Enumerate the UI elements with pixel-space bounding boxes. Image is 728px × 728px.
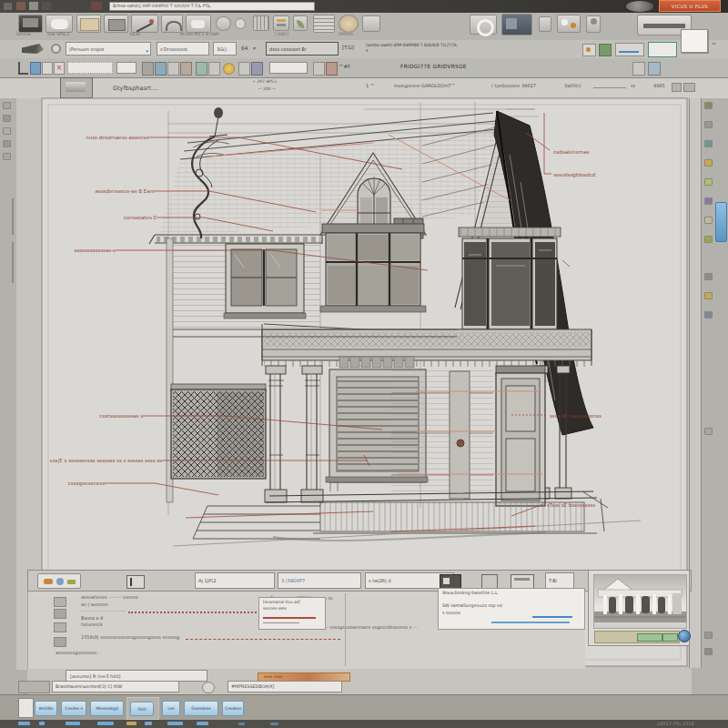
panel-icon[interactable] [54, 622, 66, 632]
panel-icon[interactable] [54, 609, 66, 619]
annotation-label: sTsss sE bsssssssss [547, 502, 595, 508]
annotation-label: css|E s ssssssnsss sssssss ss s ssssss s… [50, 458, 162, 464]
status-icon[interactable] [18, 681, 50, 693]
preview-panel [588, 570, 690, 646]
annotation-label: nsdsalenemas [553, 149, 590, 155]
tray-strip: p2017 05s 1019 [0, 720, 728, 728]
preview-image[interactable] [593, 574, 687, 629]
red-dotted-line [186, 639, 340, 640]
orange-chip [44, 579, 53, 584]
panel-divider [345, 593, 346, 666]
rail-tool-icon[interactable] [704, 102, 713, 109]
tbi-field[interactable]: T-Bi [545, 572, 574, 589]
rail-scroll-thumb[interactable] [715, 202, 727, 242]
annotation-label: ssssssssssssas-s [75, 248, 116, 253]
tray-item[interactable] [270, 723, 278, 725]
subpanel-b-line: s ssooss [442, 611, 460, 615]
annotation-label: ssss sE ssssssssonss [550, 413, 602, 419]
panel-icon[interactable] [54, 637, 66, 647]
rail-tool-icon[interactable] [704, 178, 713, 186]
preview-alt-button[interactable] [662, 633, 678, 642]
panel-icon[interactable] [54, 597, 66, 607]
tray-item[interactable] [66, 722, 80, 725]
mode-glyph [443, 578, 450, 584]
taskbar-button[interactable]: WsD0s [35, 701, 57, 716]
rail-tool-icon[interactable] [704, 292, 713, 299]
preview-ok-button[interactable] [637, 633, 662, 642]
tray-item[interactable] [167, 722, 183, 725]
output-panel: asssahonss ········· ssonss Sammerss ASC… [27, 592, 585, 670]
coord-field-1[interactable]: Aj 1|P(2 [195, 572, 275, 589]
output-row: ······························· [81, 608, 126, 613]
subpanel-a-line: [ssamanal Fou ad] [263, 600, 300, 604]
mode-icon[interactable] [440, 574, 461, 589]
rail-tool-icon[interactable] [704, 648, 713, 655]
subpanel-b-line: Www.bsskng-baseline L.L [442, 591, 498, 595]
scribble-button[interactable] [37, 573, 81, 589]
mode-icon[interactable] [481, 574, 498, 589]
tray-item[interactable] [18, 722, 30, 725]
tray-item-yellow[interactable] [126, 722, 136, 725]
taskbar-button[interactable]: Lss [162, 701, 180, 716]
rail-tool-icon[interactable] [704, 236, 713, 243]
taskbar-button[interactable]: Gsssdess [184, 701, 218, 716]
status-circle-icon[interactable] [202, 682, 215, 693]
status-field-1[interactable]: Brasshaven/worsted(3) C) KIW [52, 681, 179, 693]
output-row: asssssssgssssssss · [56, 650, 100, 655]
rail-tool-icon[interactable] [704, 121, 713, 128]
rail-tool-icon[interactable] [704, 311, 713, 318]
taskbar-button[interactable]: Mssssdsgd [90, 701, 124, 716]
tray-item[interactable] [97, 722, 114, 725]
annotation-label: conssoates E [124, 215, 157, 220]
rail-tool-icon[interactable] [704, 140, 713, 147]
coord-field-2[interactable]: 3 |39O0P7 [278, 572, 361, 589]
tray-item[interactable] [197, 722, 208, 725]
orange-bar-label: ssss ssss [264, 674, 282, 679]
red-line [263, 617, 316, 619]
subpanel-b: Www.bsskng-baseline L.L SW samalSorgeouo… [438, 588, 585, 630]
blue-chip [56, 578, 64, 585]
rail-tool-icon[interactable] [704, 159, 713, 167]
annotation-label: sssudssgtdssdcd [553, 172, 595, 178]
start-square[interactable] [18, 698, 34, 718]
taskbar: WsD0s Cssdss s Mssssdsgd OsD Lss Gsssdes… [0, 694, 728, 721]
blue-progress-line [532, 616, 572, 618]
rail-tool-icon[interactable] [704, 273, 713, 280]
gray-line [263, 622, 299, 623]
output-row: futureock [81, 622, 103, 627]
rail-tool-icon[interactable] [704, 217, 713, 224]
status-field-2[interactable]: #MPRESSEDBOA(X] [228, 681, 342, 693]
red-underline [128, 612, 260, 613]
tray-item[interactable] [39, 722, 45, 725]
app-window: Brhsa-sahdcj 09P-049P00 T 0/0/0/0 T F/L … [0, 0, 728, 728]
rail-tool-icon[interactable] [704, 632, 713, 639]
blue-progress-line [491, 622, 570, 623]
annotation-label: csssgeessness [68, 480, 105, 487]
annotation-label: nuss dessrnaess-asseess [86, 135, 148, 140]
preview-globe-icon[interactable] [678, 630, 691, 642]
rail-tool-icon[interactable] [704, 428, 713, 435]
preview-strip [594, 631, 680, 643]
flag-icon[interactable] [126, 575, 145, 589]
tray-item[interactable] [238, 723, 245, 725]
annotation-label: cssrsssssssssas s [99, 413, 143, 419]
right-rail [701, 91, 728, 668]
tray-item[interactable] [145, 722, 152, 725]
window-glyph [514, 578, 530, 581]
annotation-label: asssdenssece-as B Eam [95, 188, 155, 194]
tray-clock: p2017 05s 1019 [657, 721, 694, 726]
taskbar-group: OsD [126, 697, 159, 720]
output-row: as·) assssss [81, 602, 108, 607]
flag-pole [130, 578, 132, 586]
rail-tool-icon[interactable] [704, 197, 713, 205]
subpanel-a: [ssamanal Fou ad] ssonss ssss [258, 597, 326, 630]
window-mode-icon[interactable] [511, 574, 534, 589]
output-row: asssahonss ········· ssonss [81, 594, 138, 600]
subpanel-a-line: ssonss ssss [263, 606, 287, 611]
taskbar-button[interactable]: Cssdss s [61, 701, 86, 716]
taskbar-button[interactable]: Cssdsss [222, 701, 244, 716]
status-area: [assume] R (n=3 fold] ssss ssss Brasshav… [27, 669, 692, 694]
subpanel-b-line: SW samalSorgeouos ssp ssl [442, 603, 502, 608]
output-row: Bassa a 4 [81, 615, 103, 621]
taskbar-button[interactable]: OsD [130, 702, 154, 716]
